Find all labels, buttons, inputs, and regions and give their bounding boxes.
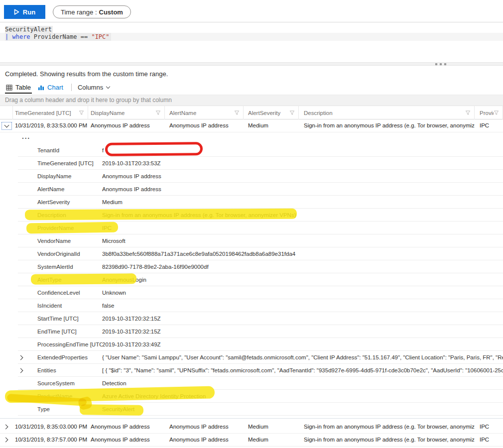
filter-icon[interactable] [234,110,240,115]
column-header-alertname[interactable]: AlertName [165,106,244,119]
filter-icon[interactable] [79,110,84,115]
detail-field-label: IsIncident [37,303,102,309]
detail-field-label: VendorName [37,238,102,244]
filter-icon[interactable] [465,110,471,115]
detail-field-label: ProcessingEndTime [UTC] [37,341,102,347]
row-expander[interactable] [0,119,13,132]
detail-field-label: StartTime [UTC] [37,316,102,322]
severity-cell: Medium [244,434,299,446]
detail-field-value: Sign-in from an anonymous IP address (e.… [102,212,503,218]
detail-field-label: ProviderName [37,225,102,231]
row-expander[interactable] [0,421,13,433]
chevron-down-icon [4,122,9,127]
column-header-description[interactable]: Description [299,106,475,119]
time-cell: 10/31/2019, 8:35:03.000 PM [13,421,88,433]
query-line-1[interactable]: SecurityAlert [5,25,53,33]
severity-cell: Medium [244,119,299,132]
result-rows: 10/31/2019, 8:35:03.000 PMAnonymous IP a… [0,421,503,447]
tab-table-label: Table [15,84,31,91]
table-grid-icon [6,85,12,91]
filter-icon[interactable] [289,110,295,115]
expanded-result-row-wrap: 10/31/2019, 8:33:53.000 PMAnonymous IP a… [0,119,503,132]
group-by-dropzone[interactable]: Drag a column header and drop it here to… [0,95,503,106]
description-cell: Sign-in from an anonymous IP address (e.… [299,119,475,132]
column-header-providername[interactable]: ProviderName [475,106,503,119]
detail-row: IsIncidentfalse [18,299,503,312]
query-toolbar: Run Time range : Custom [0,0,503,22]
time-cell: 10/31/2019, 8:33:53.000 PM [13,119,88,132]
query-keyword: where [12,33,30,40]
filter-icon[interactable] [494,110,499,115]
time-cell: 10/31/2019, 8:37:57.000 PM [13,434,88,446]
detail-row: DisplayNameAnonymous IP address [18,170,503,183]
detail-row: AlertNameAnonymous IP address [18,183,503,196]
columns-dropdown[interactable]: Columns [78,84,110,91]
chevron-down-icon [106,85,110,89]
detail-row: VendorOriginalId3b8f0a33befc560f888a71a3… [18,247,503,260]
column-header-label: AlertSeverity [248,110,280,116]
ellipsis-icon[interactable] [0,132,503,144]
detail-field-value: Medium [102,199,503,205]
tab-divider [71,84,72,91]
detail-field-label: ExtendedProperties [37,354,102,360]
table-row[interactable]: 10/31/2019, 8:37:57.000 PMAnonymous IP a… [0,434,503,447]
detail-field-value: f [102,147,503,153]
column-header-label: DisplayName [91,110,125,116]
chevron-right-icon[interactable] [18,355,23,360]
results-tabbar: Table Chart Columns [0,81,503,94]
chevron-right-icon [3,425,8,430]
detail-row: AlertSeverityMedium [18,196,503,209]
detail-row: SourceSystemDetection [18,377,503,390]
detail-field-label: SourceSystem [37,380,102,386]
expander-focus-box [1,122,12,130]
detail-row: Entities[ { "$id": "3", "Name": "samil",… [18,364,503,377]
tab-table[interactable]: Table [5,81,32,94]
chevron-right-icon[interactable] [18,368,23,373]
alert-name-cell: Anonymous IP address [165,421,244,433]
description-cell: Sign-in from an anonymous IP address (e.… [299,434,475,446]
detail-field-label: ConfidenceLevel [37,290,102,296]
detail-field-label: Type [37,406,102,412]
filter-icon[interactable] [155,110,161,115]
detail-row: ConfidenceLevelUnknown [18,286,503,299]
table-row[interactable]: 10/31/2019, 8:35:03.000 PMAnonymous IP a… [0,421,503,434]
detail-field-label: TimeGenerated [UTC] [37,160,102,166]
detail-field-value: 2019-10-31T20:33:49Z [102,341,503,347]
column-header-displayname[interactable]: DisplayName [88,106,165,119]
pane-splitter[interactable] [0,62,503,66]
query-string: "IPC" [91,33,109,40]
column-header-label: TimeGenerated [UTC] [15,110,71,116]
detail-row: TenantIdf [18,144,503,157]
time-range-label: Time range : [61,8,97,16]
run-button[interactable]: Run [4,5,45,19]
column-header-timegeneratedutc[interactable]: TimeGenerated [UTC] [13,106,88,119]
detail-field-label: AlertName [37,186,102,192]
detail-row: EndTime [UTC]2019-10-31T20:32:15Z [18,325,503,338]
detail-row: StartTime [UTC]2019-10-31T20:32:15Z [18,312,503,325]
column-header-alertseverity[interactable]: AlertSeverity [244,106,299,119]
table-row[interactable]: 10/31/2019, 8:33:53.000 PMAnonymous IP a… [0,119,503,132]
time-range-picker[interactable]: Time range : Custom [53,5,131,18]
detail-field-label: VendorOriginalId [37,251,102,257]
alert-name-cell: Anonymous IP address [165,119,244,132]
tab-chart[interactable]: Chart [37,81,64,94]
alert-name-cell: Anonymous IP address [165,434,244,446]
detail-field-value: 2019-10-31T20:33:53Z [102,160,503,166]
detail-row: ProviderNameIPC [18,222,503,234]
table-header-row: TimeGenerated [UTC]DisplayNameAlertNameA… [0,106,503,119]
detail-field-label: SystemAlertId [37,264,102,270]
detail-field-label: AlertSeverity [37,199,102,205]
detail-field-value: Detection [102,380,503,386]
query-line-2[interactable]: | where ProviderName == "IPC" [5,33,111,41]
splitter-grip-icon [435,63,446,65]
column-header-label: ProviderName [480,110,494,116]
detail-row: ExtendedProperties{ "User Name": "Sami L… [18,351,503,364]
detail-field-label: AlertType [37,277,102,283]
run-label: Run [23,8,35,16]
query-editor[interactable]: SecurityAlert | where ProviderName == "I… [0,23,503,63]
query-pipe: | [5,33,12,40]
detail-row: DescriptionSign-in from an anonymous IP … [18,209,503,222]
detail-field-value: false [102,303,503,309]
row-expander[interactable] [0,434,13,446]
detail-field-value: 82398d90-7178-89e2-2aba-16f90e9000df [102,264,503,270]
